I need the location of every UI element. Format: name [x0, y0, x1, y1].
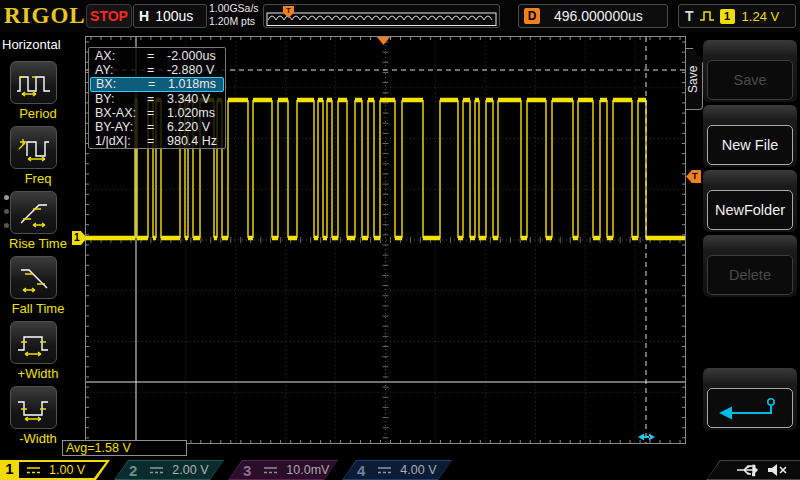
channel2-scale: 2.00 V — [172, 463, 208, 477]
rigol-logo: RIGOL — [4, 3, 86, 29]
rise-time-button[interactable] — [10, 191, 57, 234]
channel1-status[interactable]: 1 1.00 V — [0, 460, 112, 480]
preview-waveform — [264, 5, 499, 27]
channel3-coupling-icon — [263, 464, 278, 476]
cursor-measurement-panel: AX:=-2.000us AY:=-2.880 V BX:=1.018ms BY… — [88, 47, 226, 149]
timebase-value: 100us — [155, 8, 193, 24]
channel2-coupling-icon — [149, 464, 164, 476]
channel2-status[interactable]: 2 2.00 V — [114, 460, 226, 480]
period-icon — [15, 68, 53, 98]
save-button[interactable]: Save — [707, 60, 793, 100]
new-folder-button[interactable]: NewFolder — [707, 190, 793, 230]
horizontal-offset-value: 496.000000us — [554, 8, 643, 24]
channel4-number: 4 — [357, 462, 365, 479]
freq-icon — [15, 133, 53, 163]
save-menu-tab: Save — [686, 48, 703, 110]
cursor-row-ax: AX:=-2.000us — [89, 49, 225, 63]
cursor-row-freq: 1/|dX|:=980.4 Hz — [89, 134, 225, 148]
cursor-row-ay: AY:=-2.880 V — [89, 63, 225, 77]
avg-measurement-readout: Avg=1.58 V — [62, 440, 187, 456]
trigger-source-badge: 1 — [720, 9, 735, 24]
freq-label: Freq — [0, 171, 76, 186]
trigger-level-value: 1.24 V — [742, 9, 780, 24]
plus-width-icon — [15, 328, 53, 358]
fall-time-label: Fall Time — [0, 301, 76, 316]
trigger-label: T — [685, 8, 694, 24]
delay-badge: D — [524, 8, 540, 24]
period-button[interactable] — [10, 61, 57, 104]
system-status-area — [706, 460, 800, 480]
trigger-pulse-icon — [699, 9, 716, 23]
delete-button[interactable]: Delete — [707, 255, 793, 295]
period-label: Period — [0, 106, 76, 121]
h-label: H — [139, 8, 149, 24]
channel4-coupling-icon — [377, 464, 392, 476]
channel4-status[interactable]: 4 4.00 V — [342, 460, 454, 480]
channel3-scale: 10.0mV — [286, 463, 329, 477]
left-menu-title: Horizontal — [2, 37, 61, 52]
plus-width-label: +Width — [0, 366, 76, 381]
speaker-muted-icon[interactable] — [766, 463, 788, 477]
cursor-row-bx[interactable]: BX:=1.018ms — [90, 77, 224, 91]
return-arrow-icon — [717, 394, 783, 422]
rise-time-label: Rise Time — [0, 236, 76, 251]
cursor-row-by: BY:=3.340 V — [89, 92, 225, 106]
channel4-scale: 4.00 V — [400, 463, 436, 477]
save-menu: Save Save New File NewFolder Delete — [686, 32, 800, 460]
channel-status-bar: 1 1.00 V 2 2.00 V 3 10.0mV — [0, 458, 800, 480]
cursor-row-byay: BY-AY:=6.220 V — [89, 120, 225, 134]
channel1-number: 1 — [5, 460, 13, 477]
channel3-status[interactable]: 3 10.0mV — [228, 460, 340, 480]
new-file-button[interactable]: New File — [707, 125, 793, 165]
horizontal-offset-box[interactable]: D 496.000000us — [518, 4, 668, 28]
back-button[interactable] — [707, 388, 793, 428]
minus-width-icon — [15, 393, 53, 423]
channel1-scale: 1.00 V — [49, 463, 85, 477]
horizontal-timebase-box[interactable]: H 100us — [133, 4, 207, 28]
minus-width-button[interactable] — [10, 386, 57, 429]
fall-time-button[interactable] — [10, 256, 57, 299]
cursor-row-bxax: BX-AX:=1.020ms — [89, 106, 225, 120]
freq-button[interactable] — [10, 126, 57, 169]
usb-icon[interactable] — [734, 463, 762, 477]
fall-time-icon — [15, 263, 53, 293]
top-status-bar: RIGOL STOP H 100us 1.00GSa/s 1.20M pts T… — [0, 0, 800, 32]
cursor-b-handle-icon[interactable] — [637, 432, 656, 442]
left-measure-menu: Horizontal Period Freq Rise Time Fall Ti… — [0, 32, 84, 460]
trigger-status-box[interactable]: T 1 1.24 V — [678, 4, 796, 28]
plus-width-button[interactable] — [10, 321, 57, 364]
run-state-button[interactable]: STOP — [86, 4, 132, 28]
rise-time-icon — [15, 198, 53, 228]
channel1-coupling-icon — [26, 464, 41, 476]
waveform-preview-bar[interactable]: T — [263, 4, 500, 28]
acquisition-info: 1.00GSa/s 1.20M pts — [209, 2, 265, 30]
channel2-number: 2 — [129, 462, 137, 479]
channel3-number: 3 — [243, 462, 251, 479]
memory-depth: 1.20M pts — [209, 15, 265, 28]
sample-rate: 1.00GSa/s — [209, 2, 265, 15]
